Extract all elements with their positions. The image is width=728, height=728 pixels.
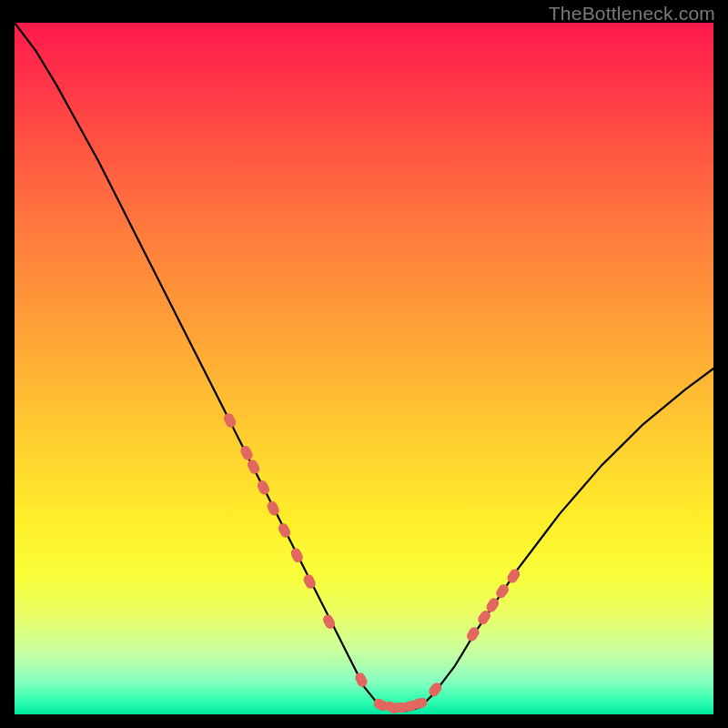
highlight-dot: [222, 411, 238, 429]
highlight-dot: [238, 444, 254, 461]
curve-layer: [15, 23, 713, 714]
highlight-dot: [256, 479, 271, 496]
highlight-markers: [222, 411, 521, 714]
chart-frame: TheBottleneck.com: [0, 0, 728, 728]
highlight-dot: [266, 500, 281, 517]
highlight-dot: [277, 521, 292, 539]
watermark-text: TheBottleneck.com: [549, 3, 715, 25]
highlight-dot: [353, 671, 369, 688]
highlight-dot: [289, 547, 305, 564]
highlight-dot: [246, 458, 261, 475]
bottleneck-curve: [15, 23, 713, 711]
plot-area: [15, 23, 713, 714]
